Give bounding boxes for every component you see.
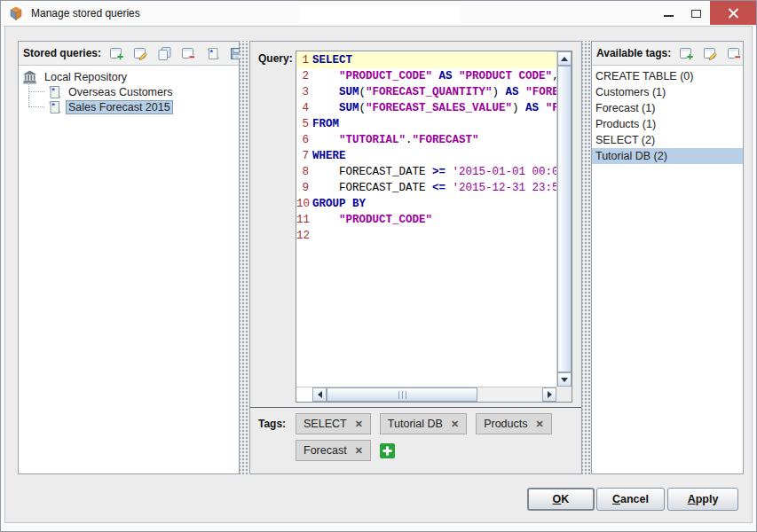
scroll-down-button[interactable]	[557, 372, 572, 387]
scrollbar-corner	[556, 387, 572, 402]
apply-button[interactable]: Apply	[667, 488, 738, 511]
code-line-7: 7WHERE	[296, 148, 556, 164]
query-label: Query:	[258, 52, 293, 65]
tree-item-local-repository[interactable]: Local Repository	[19, 69, 239, 84]
dialog-content: Stored queries: *	[4, 26, 753, 523]
remove-query-icon	[181, 46, 196, 61]
tree-item-label: Overseas Customers	[66, 85, 175, 99]
code-line-12: 12	[296, 228, 556, 244]
code-line-10: 10GROUP BY	[296, 196, 556, 212]
new-script-button[interactable]: *	[202, 45, 222, 62]
add-tag-icon	[679, 46, 694, 61]
available-tag-products-1-[interactable]: Products (1)	[592, 116, 743, 132]
stored-queries-header: Stored queries: *	[19, 42, 239, 66]
tag-chip-select: SELECT✕	[296, 413, 371, 434]
copy-query-button[interactable]	[154, 45, 174, 62]
line-number: 3	[296, 84, 312, 100]
tag-chip-label: Tutorial DB	[388, 418, 443, 430]
close-button[interactable]	[710, 1, 756, 25]
tree-children: *Overseas Customers*Sales Forecast 2015	[19, 84, 239, 114]
available-tag-forecast-1-[interactable]: Forecast (1)	[592, 100, 743, 116]
available-tags-list[interactable]: CREATE TABLE (0)Customers (1)Forecast (1…	[592, 66, 743, 473]
stored-queries-tree[interactable]: Local Repository *Overseas Customers*Sal…	[19, 66, 239, 473]
remove-tag-chip-icon[interactable]: ✕	[535, 419, 543, 430]
sql-code-area[interactable]: 1SELECT2 "PRODUCT_CODE" AS "PRODUCT CODE…	[296, 51, 556, 387]
tag-chip-label: Forecast	[304, 444, 347, 457]
remove-tag-chip-icon[interactable]: ✕	[355, 419, 363, 430]
tree-item-overseas-customers[interactable]: *Overseas Customers	[19, 84, 239, 99]
line-number: 7	[296, 148, 312, 164]
titlebar[interactable]: Manage stored queries	[1, 1, 756, 26]
add-tag-button[interactable]	[676, 45, 696, 62]
cancel-button[interactable]: Cancel	[596, 488, 665, 511]
manage-stored-queries-dialog: Manage stored queries Stored queries: *	[0, 0, 757, 532]
add-tag-button[interactable]	[380, 443, 395, 458]
edit-query-button[interactable]	[130, 45, 150, 62]
code-line-4: 4 SUM("FORECAST_SALES_VALUE") AS "FORECA…	[296, 100, 556, 116]
code-text	[312, 228, 556, 244]
minimize-button[interactable]	[655, 1, 682, 24]
maximize-button[interactable]	[682, 1, 710, 24]
copy-query-icon	[157, 46, 172, 61]
left-splitter[interactable]	[240, 41, 249, 474]
query-panel: Query: 1SELECT2 "PRODUCT_CODE" AS "PRODU…	[249, 41, 582, 474]
remove-tag-chip-icon[interactable]: ✕	[451, 419, 459, 430]
query-icon: *	[48, 100, 61, 114]
remove-query-button[interactable]	[178, 45, 198, 62]
tag-chip-label: SELECT	[304, 418, 347, 430]
scroll-right-button[interactable]	[542, 387, 556, 402]
edit-tag-icon	[703, 46, 718, 61]
line-number: 11	[296, 212, 312, 228]
stored-queries-panel: Stored queries: *	[18, 41, 240, 474]
code-line-9: 9 FORECAST_DATE <= '2015-12-31 23:59:59'	[296, 180, 556, 196]
code-line-5: 5FROM	[296, 116, 556, 132]
minimize-icon	[664, 15, 674, 17]
horizontal-scroll-track[interactable]	[327, 387, 542, 402]
scroll-left-button[interactable]	[312, 387, 327, 402]
available-tag-customers-1-[interactable]: Customers (1)	[592, 84, 743, 100]
line-number: 12	[296, 228, 312, 244]
remove-tag-icon	[727, 46, 742, 61]
ok-button[interactable]: OK	[527, 488, 595, 511]
code-line-3: 3 SUM("FORECAST_QUANTITY") AS "FORECAST_…	[296, 84, 556, 100]
available-tag-tutorial-db-2-[interactable]: Tutorial DB (2)	[592, 148, 743, 164]
edit-query-icon	[133, 46, 148, 61]
svg-text:*: *	[51, 100, 55, 109]
scroll-up-button[interactable]	[557, 51, 572, 66]
add-tag-plus-icon	[382, 445, 393, 457]
code-line-1: 1SELECT	[296, 52, 556, 68]
arrow-up-icon	[561, 57, 568, 61]
tree-item-sales-forecast-2015[interactable]: *Sales Forecast 2015	[19, 99, 239, 114]
available-tag-select-2-[interactable]: SELECT (2)	[592, 132, 743, 148]
tree-item-label: Sales Forecast 2015	[66, 100, 173, 114]
vertical-scroll-thumb[interactable]	[557, 66, 572, 372]
svg-text:*: *	[51, 85, 55, 94]
line-number: 4	[296, 100, 312, 116]
code-text: GROUP BY	[312, 196, 556, 212]
horizontal-scrollbar[interactable]	[312, 387, 556, 402]
repository-icon	[22, 70, 37, 84]
tag-chip-tutorial-db: Tutorial DB✕	[380, 413, 467, 434]
available-tags-label: Available tags:	[596, 47, 671, 59]
tag-chips: SELECT✕Tutorial DB✕Products✕Forecast✕	[296, 413, 567, 461]
code-line-6: 6 "TUTORIAL"."FORECAST"	[296, 132, 556, 148]
vertical-scrollbar[interactable]	[556, 51, 572, 387]
remove-tag-chip-icon[interactable]: ✕	[355, 445, 363, 457]
horizontal-scrollbar-row	[296, 387, 556, 402]
sql-editor[interactable]: 1SELECT2 "PRODUCT_CODE" AS "PRODUCT CODE…	[296, 51, 572, 403]
window-controls	[655, 1, 756, 26]
edit-tag-button[interactable]	[700, 45, 720, 62]
code-line-11: 11 "PRODUCT_CODE"	[296, 212, 556, 228]
code-text: "TUTORIAL"."FORECAST"	[312, 132, 556, 148]
line-number: 2	[296, 68, 312, 84]
horizontal-scroll-thumb[interactable]	[327, 387, 477, 402]
code-text: WHERE	[312, 148, 556, 164]
line-number: 5	[296, 116, 312, 132]
gutter-corner	[296, 387, 312, 402]
remove-tag-button[interactable]	[724, 45, 744, 62]
tree-item-label: Local Repository	[42, 70, 130, 84]
available-tag-create-table-0-[interactable]: CREATE TABLE (0)	[592, 68, 743, 84]
code-text: FROM	[312, 116, 556, 132]
add-query-button[interactable]	[106, 45, 126, 62]
code-line-8: 8 FORECAST_DATE >= '2015-01-01 00:00:00'	[296, 164, 556, 180]
